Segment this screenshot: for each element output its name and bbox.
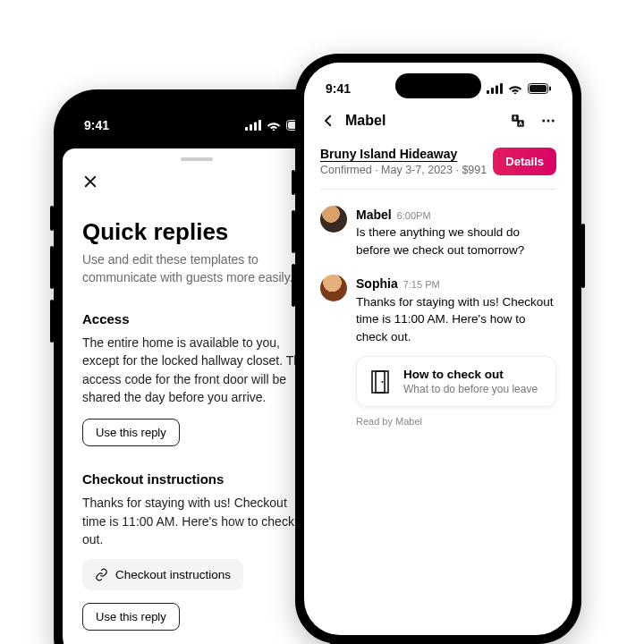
checkout-instructions-chip[interactable]: Checkout instructions [82, 559, 243, 590]
svg-rect-3 [258, 120, 261, 131]
checkout-card[interactable]: How to check out What to do before you l… [356, 356, 556, 407]
door-icon [369, 369, 391, 394]
avatar[interactable] [320, 206, 347, 233]
thread-contact-name: Mabel [345, 113, 386, 129]
wifi-icon [508, 83, 522, 94]
cellular-icon [245, 120, 261, 131]
close-button[interactable] [82, 177, 98, 192]
message-sender: Mabel [356, 206, 392, 224]
phone-message-thread: 9:41 [295, 54, 581, 644]
message-text: Thanks for staying with us! Checkout tim… [356, 293, 556, 346]
message-row: Sophia 7:15 PM Thanks for staying with u… [320, 275, 556, 345]
dynamic-island [395, 73, 481, 98]
translate-icon[interactable] [510, 113, 526, 129]
details-button[interactable]: Details [493, 148, 556, 175]
message-text: Is there anything we should do before we… [356, 224, 556, 258]
phone-side-button [292, 210, 295, 253]
quick-replies-subtitle: Use and edit these templates to communic… [82, 251, 311, 286]
phone-side-button [50, 300, 54, 343]
svg-point-14 [542, 120, 545, 123]
section-body-checkout: Thanks for staying with us! Checkout tim… [82, 494, 311, 548]
svg-point-16 [552, 120, 555, 123]
svg-rect-10 [500, 83, 503, 94]
svg-rect-2 [254, 123, 257, 131]
message-time: 7:15 PM [403, 278, 440, 292]
quick-replies-title: Quick replies [82, 218, 311, 246]
card-subtitle: What to do before you leave [403, 383, 538, 395]
read-receipt: Read by Mabel [356, 416, 556, 427]
message-time: 6:00PM [397, 209, 431, 224]
more-icon[interactable] [540, 113, 556, 129]
svg-rect-7 [487, 90, 489, 94]
status-time: 9:41 [84, 118, 109, 132]
battery-icon [528, 83, 551, 94]
svg-rect-12 [530, 85, 547, 92]
svg-rect-1 [250, 124, 252, 131]
svg-rect-13 [549, 87, 551, 91]
section-body-access: The entire home is available to you, exc… [82, 334, 311, 406]
section-heading-checkout: Checkout instructions [82, 471, 311, 487]
listing-subtitle: Confirmed · May 3-7, 2023 · $991 [320, 164, 487, 176]
message-sender: Sophia [356, 275, 398, 292]
svg-rect-17 [372, 371, 388, 393]
status-bar: 9:41 [63, 98, 331, 148]
svg-rect-8 [491, 88, 494, 94]
chip-label: Checkout instructions [115, 568, 231, 581]
listing-title[interactable]: Bruny Island Hideaway [320, 147, 487, 161]
svg-point-19 [382, 381, 384, 383]
section-heading-access: Access [82, 311, 311, 326]
svg-rect-0 [245, 127, 248, 131]
link-icon [95, 568, 108, 581]
phone-side-button [292, 264, 295, 307]
svg-rect-9 [496, 86, 498, 95]
status-icons [487, 83, 551, 94]
cellular-icon [487, 83, 503, 94]
phone-side-button [50, 206, 54, 231]
svg-point-15 [547, 120, 550, 123]
avatar[interactable] [320, 275, 347, 301]
back-icon[interactable] [320, 113, 336, 129]
status-time: 9:41 [326, 81, 351, 96]
card-title: How to check out [403, 368, 538, 381]
phone-side-button [581, 224, 585, 288]
use-reply-button[interactable]: Use this reply [82, 419, 180, 446]
use-reply-button[interactable]: Use this reply [82, 603, 180, 631]
phone-side-button [50, 246, 54, 289]
wifi-icon [267, 120, 281, 131]
message-row: Mabel 6:00PM Is there anything we should… [320, 206, 556, 258]
phone-side-button [292, 170, 295, 195]
